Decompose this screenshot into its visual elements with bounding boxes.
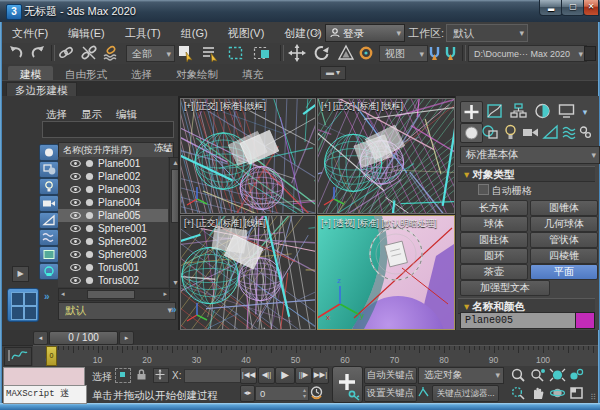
auto-key-button[interactable]: 自动关键点 xyxy=(364,367,417,384)
title-bar[interactable]: 3 无标题 - 3ds Max 2020 ▂ ▢ ✕ xyxy=(0,0,600,23)
visibility-eye-icon[interactable] xyxy=(70,159,81,168)
visibility-eye-icon[interactable] xyxy=(70,172,81,181)
lock-icon[interactable] xyxy=(135,368,149,381)
absolute-offset-mode-icon[interactable] xyxy=(153,368,169,383)
visibility-eye-icon[interactable] xyxy=(70,185,81,194)
display-tab[interactable] xyxy=(556,101,577,121)
next-frame-button[interactable]: ||▶ xyxy=(295,367,312,384)
workspace-dropdown[interactable]: 默认 ▾ xyxy=(446,24,528,42)
menu-item[interactable]: 创建(C) xyxy=(274,22,331,43)
shapes-filter-icon[interactable] xyxy=(39,161,59,178)
panel-more-chevron[interactable]: » xyxy=(171,304,177,315)
project-folder-dropdown[interactable]: D:\Docume··· Max 2020▾ xyxy=(468,45,587,62)
minimize-button[interactable]: ▂ xyxy=(539,0,563,16)
ribbon-display-toggle[interactable]: ▬ ▾ xyxy=(320,66,346,80)
viewport-top-left[interactable]: [+] [正交] [标准] [线框] xyxy=(180,98,316,214)
resize-grip[interactable]: ⠿ xyxy=(590,393,596,402)
shapes-category-button[interactable] xyxy=(480,123,501,141)
orbit-button[interactable] xyxy=(548,385,567,401)
autogrid-checkbox[interactable] xyxy=(478,184,489,195)
viewport-label[interactable]: [+] [正交] [标准] [线框] xyxy=(184,218,266,230)
mini-curve-editor-button[interactable] xyxy=(4,347,32,366)
previous-frame-nudge[interactable]: ◂ xyxy=(33,331,48,345)
primitive-button[interactable]: 球体 xyxy=(460,216,528,232)
menu-item[interactable]: 工具(T) xyxy=(115,22,171,43)
visibility-eye-icon[interactable] xyxy=(70,263,81,272)
viewport-perspective[interactable]: x y z [+] [透视] [标准] [默认明暗处理] xyxy=(317,215,455,330)
systems-category-button[interactable] xyxy=(578,123,593,141)
visibility-eye-icon[interactable] xyxy=(70,211,81,220)
explorer-search-input[interactable] xyxy=(42,121,174,138)
current-frame-field[interactable]: 0▴▾ xyxy=(255,386,309,401)
table-row[interactable]: Plane004 xyxy=(58,196,168,209)
explorer-tab[interactable]: 选择 xyxy=(46,108,67,122)
table-row[interactable]: Sphere001 xyxy=(58,222,168,235)
hierarchy-tab[interactable] xyxy=(508,101,529,121)
table-row[interactable]: Torus001 xyxy=(58,261,168,274)
primitive-button[interactable]: 长方体 xyxy=(460,200,528,216)
next-frame-nudge[interactable]: ▸ xyxy=(119,331,134,345)
menu-item[interactable]: 编辑(E) xyxy=(58,22,115,43)
unlink-button[interactable] xyxy=(80,44,100,63)
geometry-filter-icon[interactable] xyxy=(39,144,59,161)
viewport-top-right[interactable]: [+] [正交] [标准] [线框] xyxy=(317,98,455,214)
primitive-category-dropdown[interactable]: 标准基本体 ▾ xyxy=(460,146,600,164)
rectangular-selection-region-button[interactable] xyxy=(227,44,247,63)
explorer-tab[interactable]: 编辑 xyxy=(116,108,137,122)
modify-tab[interactable] xyxy=(484,101,505,121)
table-row[interactable]: Plane001 xyxy=(58,157,168,170)
table-row[interactable]: Plane002 xyxy=(58,170,168,183)
key-filters-button[interactable]: 关键点过滤器... xyxy=(432,385,499,402)
scroll-left-icon[interactable]: ◂ xyxy=(61,290,65,298)
bones-filter-icon[interactable] xyxy=(39,246,59,263)
primitive-button[interactable]: 圆锥体 xyxy=(530,200,598,216)
autogrid-row[interactable]: 自动栅格 xyxy=(478,184,532,198)
selection-set-dropdown[interactable]: 默认 ▾ xyxy=(58,302,176,320)
toolbar-overflow-button[interactable] xyxy=(584,46,596,61)
menu-item[interactable]: 文件(F) xyxy=(2,22,58,43)
viewport-bottom-left[interactable]: [+] [正交] [标准] [线框] xyxy=(180,215,316,330)
panel-expand-button[interactable]: ▶ xyxy=(12,266,29,282)
maxscript-listener-macro-line[interactable] xyxy=(3,367,85,386)
new-key-tangent-icon[interactable] xyxy=(417,386,430,399)
link-button[interactable] xyxy=(57,44,77,63)
spacewarps-filter-icon[interactable] xyxy=(39,229,59,246)
menu-overflow-chevron[interactable]: » xyxy=(314,26,320,38)
rotate-button[interactable] xyxy=(313,44,333,63)
timeline-current-frame-marker[interactable]: 0 xyxy=(46,346,57,366)
lights-category-button[interactable] xyxy=(500,123,521,141)
reference-coordinate-dropdown[interactable]: 视图▾ xyxy=(379,45,428,62)
select-object-button[interactable] xyxy=(177,44,197,63)
cameras-filter-icon[interactable] xyxy=(39,195,59,212)
zoom-extents-all-button[interactable] xyxy=(567,367,586,383)
zoom-all-button[interactable] xyxy=(528,367,547,383)
timeline-ruler[interactable]: 0102030405060708090100 xyxy=(33,345,598,367)
explorer-collapse-chevron[interactable]: » xyxy=(44,291,50,302)
object-type-rollout[interactable]: ▾ 对象类型 xyxy=(458,166,595,182)
visibility-eye-icon[interactable] xyxy=(70,276,81,285)
primitive-button[interactable]: 管状体 xyxy=(530,232,598,248)
play-button[interactable]: ▶ xyxy=(275,367,295,384)
table-row[interactable]: Plane005 xyxy=(58,209,168,222)
viewport-label[interactable]: [+] [正交] [标准] [线框] xyxy=(184,101,266,113)
menu-item[interactable]: 视图(V) xyxy=(218,22,275,43)
motion-tab[interactable] xyxy=(532,101,553,121)
scrollbar-thumb[interactable] xyxy=(87,290,135,299)
maxscript-listener-input[interactable]: MAXScript 迷 xyxy=(3,385,87,404)
containers-filter-icon[interactable] xyxy=(39,263,59,280)
scroll-right-icon[interactable]: ▸ xyxy=(163,290,167,298)
visibility-eye-icon[interactable] xyxy=(70,237,81,246)
go-to-start-button[interactable]: |◀◀ xyxy=(240,367,257,384)
undo-button[interactable] xyxy=(7,44,27,63)
redo-button[interactable] xyxy=(29,44,49,63)
helpers-category-button[interactable] xyxy=(540,123,561,141)
maximize-viewport-toggle-button[interactable] xyxy=(567,385,586,401)
visibility-eye-icon[interactable] xyxy=(70,224,81,233)
primitive-button[interactable]: 圆环 xyxy=(460,248,528,264)
snap-toggle-button[interactable] xyxy=(427,44,442,63)
time-configuration-button[interactable] xyxy=(309,385,324,400)
primitive-button[interactable]: 茶壶 xyxy=(460,264,528,280)
primitive-button[interactable]: 几何球体 xyxy=(530,216,598,232)
set-keys-button[interactable] xyxy=(332,366,363,403)
use-pivot-point-button[interactable] xyxy=(357,44,377,63)
